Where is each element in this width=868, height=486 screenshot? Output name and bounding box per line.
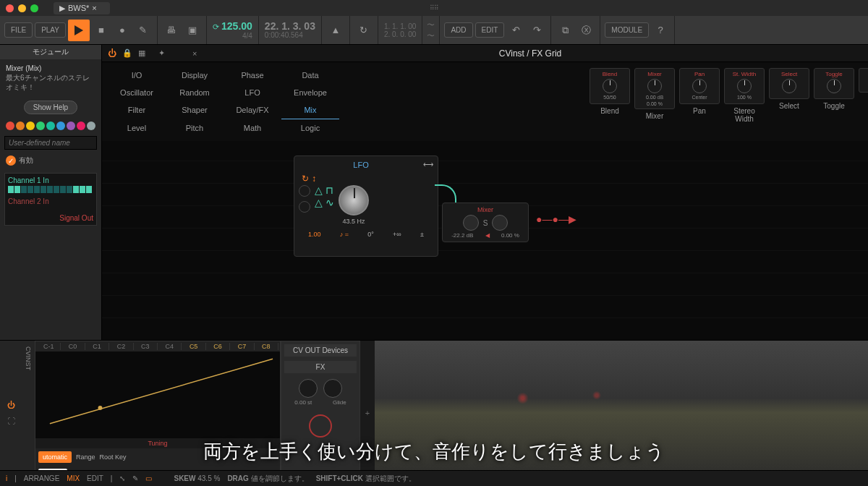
info-icon[interactable]: i xyxy=(6,474,7,482)
category-grid: I/ODisplayPhaseDataOscillatorRandomLFOEn… xyxy=(102,62,345,141)
category-i/o[interactable]: I/O xyxy=(108,67,166,84)
play-button[interactable] xyxy=(68,20,90,41)
lfo-knob-small-2[interactable] xyxy=(299,201,310,213)
tool-icon-3[interactable]: ▭ xyxy=(145,474,152,482)
edit-button[interactable]: EDIT xyxy=(475,22,505,38)
palette-mixer[interactable]: Mixer0.00 dB0.00 % xyxy=(634,68,675,109)
svg-marker-0 xyxy=(75,25,83,35)
octave-marker: C7 xyxy=(230,343,254,350)
automatic-button[interactable]: utomatic xyxy=(38,451,72,463)
octave-marker: C8 xyxy=(255,343,278,350)
palette-merge[interactable] xyxy=(859,68,868,93)
loop-icon[interactable]: ↻ xyxy=(354,21,373,40)
record-button[interactable]: ● xyxy=(113,21,132,40)
lfo-knob-small-1[interactable] xyxy=(299,185,310,197)
category-delay/fx[interactable]: Delay/FX xyxy=(224,101,281,119)
redo-icon[interactable]: ↷ xyxy=(527,21,546,40)
octave-marker: C1 xyxy=(85,343,109,350)
project-tab[interactable]: ▶ BWS* × xyxy=(54,2,110,14)
lfo-rate-knob[interactable] xyxy=(339,185,369,216)
palette-pan[interactable]: PanCenter xyxy=(679,68,720,104)
user-defined-name-input[interactable]: User-defined name xyxy=(4,136,97,150)
export-icon[interactable]: 🖶 xyxy=(162,21,181,40)
lfo-module[interactable]: LFO⟷ ↻ ↕ △ ⊓ △ ∿ 43.5 H xyxy=(294,155,438,257)
palette-stereo-width[interactable]: St. Width100 % xyxy=(724,68,765,104)
octave-marker: C-1 xyxy=(37,343,61,350)
module-palette: Blend50/50BlendMixer0.00 dB0.00 %MixerPa… xyxy=(584,62,868,141)
octave-header: C-1C0C1C2C3C4C5C6C7C8 xyxy=(35,341,280,351)
power-icon[interactable]: ⏻ xyxy=(108,48,116,59)
loop-display[interactable]: 1. 1. 1. 00 2. 0. 0. 00 xyxy=(378,16,422,44)
grid-icon[interactable]: ▦ xyxy=(138,48,145,58)
tempo-display[interactable]: ⟳ 125.00 4/4 xyxy=(207,16,259,44)
copy-icon[interactable]: ⧉ xyxy=(556,21,574,40)
delete-icon[interactable]: ⓧ xyxy=(576,21,595,40)
palette-toggle[interactable]: Toggle xyxy=(814,68,854,99)
category-logic[interactable]: Logic xyxy=(281,119,339,137)
lfo-rate-value: 43.5 Hz xyxy=(339,218,369,225)
edit-tab[interactable]: EDIT xyxy=(87,474,103,482)
color-palette[interactable] xyxy=(0,119,101,133)
category-pitch[interactable]: Pitch xyxy=(166,119,224,137)
octave-marker: C2 xyxy=(109,343,133,350)
position-display[interactable]: 22. 1. 3. 03 0:00:40.564 xyxy=(259,16,322,44)
sync-icon[interactable]: ↕ xyxy=(312,174,316,184)
tool-icon-2[interactable]: ✎ xyxy=(132,474,138,482)
mixer-knob-2[interactable] xyxy=(492,215,508,231)
category-oscillator[interactable]: Oscillator xyxy=(108,84,166,101)
automation-write-button[interactable]: ✎ xyxy=(134,21,153,40)
category-level[interactable]: Level xyxy=(108,119,166,137)
category-phase[interactable]: Phase xyxy=(224,67,281,84)
category-math[interactable]: Math xyxy=(224,119,281,137)
subtitle-text: 両方を上手く使い分けて、音作りをして行きましょう xyxy=(203,439,665,464)
category-lfo[interactable]: LFO xyxy=(224,84,281,101)
category-envelope[interactable]: Envelope xyxy=(281,84,339,101)
file-button[interactable]: FILE xyxy=(4,22,33,38)
pitch-knob[interactable] xyxy=(299,379,318,398)
octave-marker: C5 xyxy=(182,343,205,350)
metronome-icon[interactable]: ▲ xyxy=(326,21,345,40)
bidir-icon[interactable]: ⟷ xyxy=(423,161,433,169)
category-shaper[interactable]: Shaper xyxy=(166,101,224,119)
close-dot[interactable] xyxy=(6,4,14,12)
add-button[interactable]: ADD xyxy=(444,22,472,38)
device-power-icon[interactable]: ⏻ xyxy=(7,401,15,409)
category-display[interactable]: Display xyxy=(166,67,224,84)
category-random[interactable]: Random xyxy=(166,84,224,101)
device-expand-icon[interactable]: ⛶ xyxy=(7,417,15,425)
arrange-tab[interactable]: ARRANGE xyxy=(24,474,59,482)
palette-select[interactable]: Select xyxy=(769,68,809,99)
enable-toggle[interactable]: ✓有効 xyxy=(0,153,101,169)
retrigger-icon[interactable]: ↻ xyxy=(302,174,309,184)
settings-icon[interactable]: ✦ xyxy=(158,48,165,58)
module-button[interactable]: MODULE xyxy=(605,22,649,38)
close-panel-icon[interactable]: × xyxy=(192,49,197,58)
category-filter[interactable]: Filter xyxy=(108,101,166,119)
channel-2-label: Channel 2 In xyxy=(8,197,93,205)
minimize-dot[interactable] xyxy=(18,4,26,12)
show-help-button[interactable]: Show Help xyxy=(24,101,77,114)
mixer-module[interactable]: Mixer S -22.2 dB◀ 0.00 % xyxy=(442,202,529,242)
category-mix[interactable]: Mix xyxy=(281,101,339,119)
stop-button[interactable]: ■ xyxy=(92,21,111,40)
glide-knob[interactable] xyxy=(323,379,342,398)
undo-icon[interactable]: ↶ xyxy=(506,21,525,40)
maximize-dot[interactable] xyxy=(30,4,38,12)
lock-icon[interactable]: 🔒 xyxy=(122,48,132,58)
grid-canvas[interactable]: LFO⟷ ↻ ↕ △ ⊓ △ ∿ 43.5 H xyxy=(102,141,868,340)
palette-label: Merge xyxy=(859,95,868,103)
channel-1-label: Channel 1 In xyxy=(8,176,93,184)
panel-icon[interactable]: ▣ xyxy=(183,21,202,40)
mix-tab[interactable]: MIX xyxy=(67,474,80,482)
curve-graph[interactable] xyxy=(35,351,280,438)
category-data[interactable]: Data xyxy=(281,67,339,84)
palette-blend[interactable]: Blend50/50 xyxy=(590,68,630,104)
mixer-knob-1[interactable] xyxy=(463,215,479,231)
help-icon[interactable]: ? xyxy=(651,21,670,40)
play-mode-button[interactable]: PLAY xyxy=(35,22,66,38)
fx-main-knob[interactable] xyxy=(309,414,332,438)
octave-marker: C0 xyxy=(61,343,85,350)
tool-icon-1[interactable]: ⤡ xyxy=(119,474,125,482)
titlebar: ▶ BWS* × ⠿⠿ xyxy=(0,0,868,16)
wave-selectors[interactable]: △ ⊓ △ ∿ xyxy=(315,185,334,225)
